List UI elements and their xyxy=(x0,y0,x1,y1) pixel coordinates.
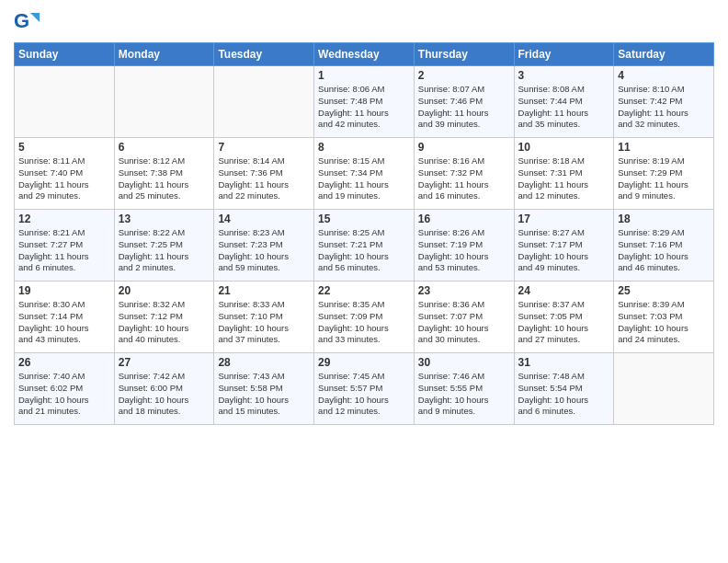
day-info: Sunrise: 8:15 AM Sunset: 7:34 PM Dayligh… xyxy=(318,155,410,202)
day-info: Sunrise: 7:40 AM Sunset: 6:02 PM Dayligh… xyxy=(18,371,110,418)
calendar-cell xyxy=(15,66,115,138)
day-info: Sunrise: 8:23 AM Sunset: 7:23 PM Dayligh… xyxy=(218,227,310,274)
calendar-cell xyxy=(114,66,214,138)
day-info: Sunrise: 8:35 AM Sunset: 7:09 PM Dayligh… xyxy=(318,299,410,346)
calendar-cell: 1Sunrise: 8:06 AM Sunset: 7:48 PM Daylig… xyxy=(314,66,415,138)
day-info: Sunrise: 8:19 AM Sunset: 7:29 PM Dayligh… xyxy=(618,155,710,202)
calendar-cell: 3Sunrise: 8:08 AM Sunset: 7:44 PM Daylig… xyxy=(514,66,614,138)
day-number: 11 xyxy=(618,141,710,154)
calendar-cell: 30Sunrise: 7:46 AM Sunset: 5:55 PM Dayli… xyxy=(414,353,514,425)
weekday-header-cell: Friday xyxy=(514,43,614,66)
day-number: 12 xyxy=(18,213,110,225)
day-info: Sunrise: 7:45 AM Sunset: 5:57 PM Dayligh… xyxy=(318,371,410,418)
day-number: 16 xyxy=(418,213,510,225)
day-info: Sunrise: 8:27 AM Sunset: 7:17 PM Dayligh… xyxy=(518,227,610,274)
calendar-cell: 20Sunrise: 8:32 AM Sunset: 7:12 PM Dayli… xyxy=(114,282,214,353)
day-number: 3 xyxy=(518,69,610,82)
calendar-cell: 28Sunrise: 7:43 AM Sunset: 5:58 PM Dayli… xyxy=(214,353,314,425)
calendar-cell: 24Sunrise: 8:37 AM Sunset: 7:05 PM Dayli… xyxy=(514,282,614,353)
calendar-table: SundayMondayTuesdayWednesdayThursdayFrid… xyxy=(14,42,714,425)
calendar-cell: 11Sunrise: 8:19 AM Sunset: 7:29 PM Dayli… xyxy=(614,138,714,210)
day-number: 10 xyxy=(518,141,610,154)
day-number: 4 xyxy=(618,69,710,82)
day-info: Sunrise: 7:46 AM Sunset: 5:55 PM Dayligh… xyxy=(418,371,510,418)
calendar-cell: 16Sunrise: 8:26 AM Sunset: 7:19 PM Dayli… xyxy=(414,210,514,282)
day-info: Sunrise: 8:39 AM Sunset: 7:03 PM Dayligh… xyxy=(618,299,710,346)
day-info: Sunrise: 8:08 AM Sunset: 7:44 PM Dayligh… xyxy=(518,84,610,131)
day-number: 5 xyxy=(18,141,110,154)
calendar-cell: 4Sunrise: 8:10 AM Sunset: 7:42 PM Daylig… xyxy=(614,66,714,138)
day-info: Sunrise: 7:42 AM Sunset: 6:00 PM Dayligh… xyxy=(119,371,210,418)
weekday-header-cell: Monday xyxy=(114,43,214,66)
day-info: Sunrise: 8:12 AM Sunset: 7:38 PM Dayligh… xyxy=(119,155,210,202)
day-number: 20 xyxy=(119,284,210,297)
calendar-cell: 15Sunrise: 8:25 AM Sunset: 7:21 PM Dayli… xyxy=(314,210,415,282)
logo: G xyxy=(14,9,41,35)
day-info: Sunrise: 8:21 AM Sunset: 7:27 PM Dayligh… xyxy=(18,227,110,274)
calendar-cell: 18Sunrise: 8:29 AM Sunset: 7:16 PM Dayli… xyxy=(614,210,714,282)
weekday-header-cell: Wednesday xyxy=(314,43,415,66)
calendar-cell xyxy=(214,66,314,138)
calendar-cell: 13Sunrise: 8:22 AM Sunset: 7:25 PM Dayli… xyxy=(114,210,214,282)
calendar-cell xyxy=(614,353,714,425)
day-number: 22 xyxy=(318,284,410,297)
calendar-cell: 10Sunrise: 8:18 AM Sunset: 7:31 PM Dayli… xyxy=(514,138,614,210)
day-number: 29 xyxy=(318,356,410,369)
calendar-cell: 5Sunrise: 8:11 AM Sunset: 7:40 PM Daylig… xyxy=(15,138,115,210)
main-container: G SundayMondayTuesdayWednesdayThursdayFr… xyxy=(0,0,728,434)
day-info: Sunrise: 8:06 AM Sunset: 7:48 PM Dayligh… xyxy=(318,84,410,131)
day-number: 25 xyxy=(618,284,710,297)
day-number: 7 xyxy=(218,141,310,154)
day-info: Sunrise: 8:29 AM Sunset: 7:16 PM Dayligh… xyxy=(618,227,710,274)
svg-text:G: G xyxy=(14,9,29,32)
day-number: 27 xyxy=(119,356,210,369)
day-number: 8 xyxy=(318,141,410,154)
day-number: 15 xyxy=(318,213,410,225)
day-info: Sunrise: 8:33 AM Sunset: 7:10 PM Dayligh… xyxy=(218,299,310,346)
calendar-cell: 9Sunrise: 8:16 AM Sunset: 7:32 PM Daylig… xyxy=(414,138,514,210)
day-number: 26 xyxy=(18,356,110,369)
day-number: 17 xyxy=(518,213,610,225)
day-info: Sunrise: 8:36 AM Sunset: 7:07 PM Dayligh… xyxy=(418,299,510,346)
day-info: Sunrise: 8:16 AM Sunset: 7:32 PM Dayligh… xyxy=(418,155,510,202)
weekday-header-cell: Thursday xyxy=(414,43,514,66)
calendar-cell: 19Sunrise: 8:30 AM Sunset: 7:14 PM Dayli… xyxy=(15,282,115,353)
day-number: 1 xyxy=(318,69,410,82)
calendar-cell: 2Sunrise: 8:07 AM Sunset: 7:46 PM Daylig… xyxy=(414,66,514,138)
day-number: 2 xyxy=(418,69,510,82)
day-info: Sunrise: 7:48 AM Sunset: 5:54 PM Dayligh… xyxy=(518,371,610,418)
day-info: Sunrise: 8:26 AM Sunset: 7:19 PM Dayligh… xyxy=(418,227,510,274)
calendar-cell: 29Sunrise: 7:45 AM Sunset: 5:57 PM Dayli… xyxy=(314,353,415,425)
day-info: Sunrise: 8:30 AM Sunset: 7:14 PM Dayligh… xyxy=(18,299,110,346)
calendar-week-row: 12Sunrise: 8:21 AM Sunset: 7:27 PM Dayli… xyxy=(15,210,714,282)
weekday-header-cell: Saturday xyxy=(614,43,714,66)
calendar-cell: 23Sunrise: 8:36 AM Sunset: 7:07 PM Dayli… xyxy=(414,282,514,353)
calendar-cell: 26Sunrise: 7:40 AM Sunset: 6:02 PM Dayli… xyxy=(15,353,115,425)
weekday-header-cell: Tuesday xyxy=(214,43,314,66)
calendar-week-row: 1Sunrise: 8:06 AM Sunset: 7:48 PM Daylig… xyxy=(15,66,714,138)
calendar-cell: 7Sunrise: 8:14 AM Sunset: 7:36 PM Daylig… xyxy=(214,138,314,210)
day-info: Sunrise: 8:14 AM Sunset: 7:36 PM Dayligh… xyxy=(218,155,310,202)
day-number: 30 xyxy=(418,356,510,369)
svg-marker-1 xyxy=(30,13,40,22)
day-info: Sunrise: 8:22 AM Sunset: 7:25 PM Dayligh… xyxy=(119,227,210,274)
logo-icon: G xyxy=(14,9,40,35)
day-number: 24 xyxy=(518,284,610,297)
header: G xyxy=(14,9,714,35)
day-number: 6 xyxy=(119,141,210,154)
calendar-cell: 12Sunrise: 8:21 AM Sunset: 7:27 PM Dayli… xyxy=(15,210,115,282)
day-info: Sunrise: 8:07 AM Sunset: 7:46 PM Dayligh… xyxy=(418,84,510,131)
calendar-cell: 22Sunrise: 8:35 AM Sunset: 7:09 PM Dayli… xyxy=(314,282,415,353)
calendar-cell: 27Sunrise: 7:42 AM Sunset: 6:00 PM Dayli… xyxy=(114,353,214,425)
calendar-cell: 14Sunrise: 8:23 AM Sunset: 7:23 PM Dayli… xyxy=(214,210,314,282)
day-info: Sunrise: 8:32 AM Sunset: 7:12 PM Dayligh… xyxy=(119,299,210,346)
day-number: 31 xyxy=(518,356,610,369)
calendar-week-row: 19Sunrise: 8:30 AM Sunset: 7:14 PM Dayli… xyxy=(15,282,714,353)
day-number: 14 xyxy=(218,213,310,225)
day-number: 19 xyxy=(18,284,110,297)
calendar-week-row: 5Sunrise: 8:11 AM Sunset: 7:40 PM Daylig… xyxy=(15,138,714,210)
weekday-header-cell: Sunday xyxy=(15,43,115,66)
calendar-cell: 8Sunrise: 8:15 AM Sunset: 7:34 PM Daylig… xyxy=(314,138,415,210)
day-info: Sunrise: 8:18 AM Sunset: 7:31 PM Dayligh… xyxy=(518,155,610,202)
day-number: 21 xyxy=(218,284,310,297)
